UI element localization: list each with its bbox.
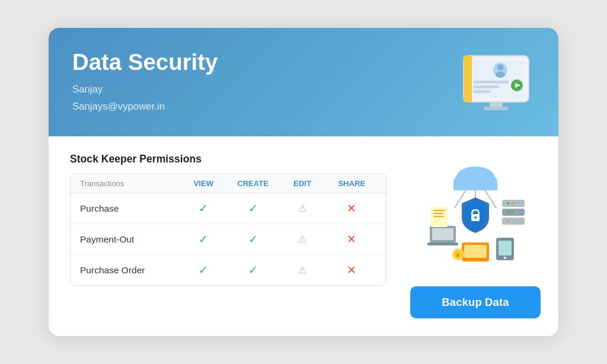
svg-rect-33 — [432, 228, 453, 240]
svg-rect-36 — [433, 210, 445, 211]
create-check-icon: ✓ — [228, 263, 277, 277]
backup-data-button[interactable]: Backup Data — [410, 286, 541, 318]
share-cross-icon: ✕ — [327, 232, 376, 246]
main-card: Data Security Sanjay Sanjays@vypower.in — [49, 28, 558, 336]
left-panel: Stock Keeper Permissions Transactions VI… — [70, 153, 386, 318]
monitor-icon — [458, 50, 535, 115]
svg-rect-1 — [484, 107, 509, 110]
row-label: Purchase Order — [80, 265, 179, 276]
svg-rect-26 — [502, 218, 525, 225]
svg-rect-40 — [499, 241, 512, 256]
security-illustration-icon: $ — [419, 153, 532, 272]
content: Stock Keeper Permissions Transactions VI… — [49, 136, 558, 336]
view-check-icon: ✓ — [179, 263, 228, 277]
svg-rect-38 — [433, 216, 444, 217]
svg-rect-43 — [464, 245, 487, 258]
svg-point-41 — [504, 257, 506, 259]
col-view-label: VIEW — [179, 179, 228, 188]
share-cross-icon: ✕ — [327, 263, 376, 277]
table-row: Purchase ✓ ✓ ⚠ ✕ — [71, 193, 386, 224]
header-text: Data Security Sanjay Sanjays@vypower.in — [72, 49, 218, 115]
svg-rect-8 — [473, 85, 499, 88]
svg-text:$: $ — [456, 253, 459, 258]
row-label: Payment-Out — [80, 234, 179, 245]
table-header-row: Transactions VIEW CREATE EDIT SHARE — [71, 174, 386, 193]
col-edit-label: EDIT — [277, 179, 327, 188]
svg-rect-18 — [453, 181, 497, 190]
view-check-icon: ✓ — [179, 202, 228, 215]
edit-triangle-icon: ⚠ — [277, 203, 327, 214]
svg-point-30 — [511, 211, 513, 213]
create-check-icon: ✓ — [228, 232, 277, 246]
svg-point-23 — [474, 216, 477, 219]
col-create-label: CREATE — [228, 179, 277, 188]
share-cross-icon: ✕ — [327, 202, 376, 215]
svg-rect-9 — [473, 90, 491, 93]
header: Data Security Sanjay Sanjays@vypower.in — [49, 28, 558, 136]
user-email: Sanjays@vypower.in — [72, 101, 165, 112]
col-transactions-label: Transactions — [80, 179, 179, 188]
svg-rect-6 — [464, 56, 468, 102]
page-title: Data Security — [72, 49, 218, 75]
edit-triangle-icon: ⚠ — [277, 234, 327, 245]
row-label: Purchase — [80, 203, 179, 214]
svg-point-31 — [507, 220, 509, 222]
edit-triangle-icon: ⚠ — [277, 264, 327, 276]
view-check-icon: ✓ — [179, 232, 228, 246]
svg-point-28 — [511, 202, 513, 205]
section-title: Stock Keeper Permissions — [70, 153, 386, 165]
svg-rect-7 — [473, 81, 509, 84]
svg-point-11 — [497, 65, 503, 71]
svg-rect-37 — [433, 213, 443, 214]
table-row: Payment-Out ✓ ✓ ⚠ ✕ — [71, 224, 386, 255]
user-name: Sanjay — [72, 84, 103, 95]
table-row: Purchase Order ✓ ✓ ⚠ ✕ — [71, 255, 386, 285]
svg-point-29 — [507, 211, 509, 213]
svg-point-27 — [507, 202, 509, 205]
svg-rect-34 — [427, 242, 458, 245]
col-share-label: SHARE — [327, 179, 376, 188]
permissions-table: Transactions VIEW CREATE EDIT SHARE Purc… — [70, 174, 386, 286]
right-panel: $ Backup Data — [404, 153, 541, 318]
create-check-icon: ✓ — [228, 202, 277, 215]
svg-point-12 — [496, 72, 505, 78]
